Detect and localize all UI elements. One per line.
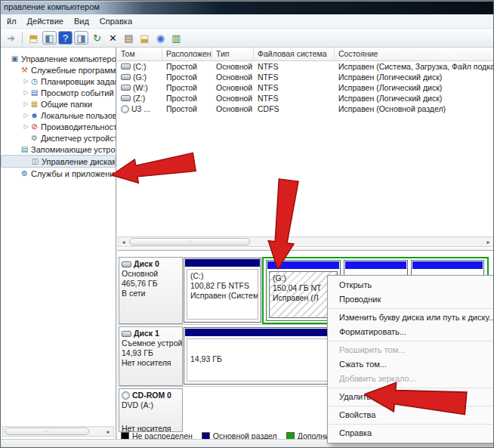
volume-row-Z[interactable]: (Z:)ПростойОсновнойNTFSИсправен (Логичес… [117,93,494,104]
title-bar[interactable]: правление компьютером [1,1,494,14]
rescan-disks-icon[interactable]: ▥ [169,31,184,45]
export-list-icon[interactable]: ⬒ [26,31,41,45]
volume-g-bar [267,261,339,269]
cell: Простой [162,73,212,82]
volume-row-C[interactable]: (C:)ПростойОсновнойNTFSИсправен (Система… [117,61,494,72]
cell: Исправен (Основной раздел) [335,104,494,113]
context-menu-item-properties[interactable]: Свойства [328,408,493,422]
cell: (W:) [117,83,162,92]
cell: Основной [212,83,254,92]
sidebar-item-shared-folders-label: Общие папки [41,100,92,109]
context-menu-item-help[interactable]: Справка [328,426,493,440]
sidebar-item-computer-management[interactable]: ▣Управление компьютером (л [1,53,116,64]
column-header-2[interactable]: Расположение [162,48,212,60]
sidebar-scroll-thumb[interactable]: ⋯ [5,428,89,435]
delete-icon[interactable]: ✕ [106,31,120,45]
expander-icon[interactable]: ▷ [23,112,29,119]
cell: Основной [212,94,254,103]
cell: Основной [212,62,254,71]
cell: Исправен (Логический диск) [335,94,494,103]
menu-separator [329,406,492,406]
storage-icon: ▤ [20,145,29,153]
menu-action[interactable]: Действие [22,15,69,27]
list-scroll-right-icon[interactable]: ▸ [483,237,493,246]
context-menu-item-open[interactable]: Открыть [328,278,493,292]
volume-list-h-scrollbar[interactable]: ◂ ⋯ ▸ [118,236,494,247]
volume-row-U3[interactable]: U3 ...ПростойОсновнойCDFSИсправен (Основ… [117,104,494,114]
sidebar-item-disk-management[interactable]: ◫Управление дисками [1,155,116,168]
sidebar-item-task-scheduler-label: Планировщик заданий [41,77,116,86]
volume-row-G[interactable]: (G:)ПростойОсновнойNTFSИсправен (Логичес… [117,72,494,82]
cell: Исправен (Логический диск) [335,83,494,92]
expander-icon[interactable]: ▷ [23,78,29,85]
sidebar-item-system-tools[interactable]: ⚒Служебные программы [1,64,116,76]
window-title: правление компьютером [4,2,100,11]
sidebar-item-event-viewer[interactable]: ▷▤Просмотр событий [1,87,116,98]
context-menu-item-shrink-volume[interactable]: Сжать том... [328,357,493,372]
disk-0-kind: Основной [122,269,180,279]
sidebar-item-storage-label: Запоминающие устройст [31,145,116,154]
context-menu: ОткрытьПроводникИзменить букву диска или… [327,275,494,443]
cell: NTFS [254,62,335,71]
column-header-5[interactable]: Состояние [335,48,494,60]
list-scroll-thumb[interactable]: ⋯ [129,238,250,246]
volume-c-segment[interactable]: (C:) 100,82 ГБ NTFS Исправен (Систем [184,258,261,323]
menu-separator [329,424,492,425]
disk-0-status: В сети [122,289,180,298]
volume-list-header: ТомРасположениеТипФайловая системаСостоя… [117,48,494,61]
cdrom-0-info[interactable]: CD-ROM 0 DVD (A:) Нет носителя [119,388,183,432]
sidebar-item-local-users[interactable]: ▷☻Локальные пользовате [1,110,116,121]
list-scroll-left-icon[interactable]: ◂ [119,237,128,246]
disk-0-size: 465,76 ГБ [122,279,180,289]
sidebar-item-services[interactable]: ⚙Службы и приложения [1,168,116,179]
context-menu-item-change-drive-letter[interactable]: Изменить букву диска или путь к диску... [328,311,493,325]
expander-icon[interactable]: ▷ [23,123,29,130]
open-folder-icon[interactable]: ⬓ [137,31,152,45]
context-menu-item-format[interactable]: Форматировать... [328,325,493,339]
help-icon[interactable]: ? [58,31,73,45]
menu-help[interactable]: Справка [94,15,137,27]
cdrom-0-kind: DVD (A:) [122,400,180,410]
menu-view[interactable]: Вид [69,15,94,27]
cell: Простой [162,104,212,113]
menu-file[interactable]: йл [2,15,22,27]
sidebar-item-storage[interactable]: ▤Запоминающие устройст [1,144,116,155]
context-menu-item-delete-volume[interactable]: Удалить том... [328,390,493,404]
computer-icon: ▣ [10,54,20,63]
cell: Исправен (Система, Загрузка, Файл подкач… [335,62,494,71]
forward-arrow-icon[interactable]: ➜ [4,31,18,45]
sidebar-item-task-scheduler[interactable]: ▷◷Планировщик заданий [1,76,116,87]
disk-1-info[interactable]: Диск 1 Съемное устрой 14,93 ГБ Нет носит… [119,326,183,386]
computer-management-window: правление компьютером йлДействиеВидСправ… [0,0,494,448]
sidebar-item-performance[interactable]: ▷⊘Производительность [1,121,116,132]
column-header-1[interactable]: Том [117,48,162,60]
drive-icon [121,95,131,101]
column-header-3[interactable]: Тип [212,48,254,60]
context-menu-item-explorer[interactable]: Проводник [328,292,493,307]
sidebar-item-device-manager[interactable]: ⚙Диспетчер устройств [1,132,116,144]
cell: Простой [162,83,212,92]
sidebar-item-shared-folders[interactable]: ▷▦Общие папки [1,98,116,110]
menu-separator [329,388,492,388]
properties-icon[interactable]: ▤ [122,31,136,45]
disk-1-name: Диск 1 [134,329,159,338]
sidebar-scroll-right-icon[interactable]: ▸ [103,427,113,436]
cell: (G:) [117,73,162,82]
expander-icon[interactable]: ▷ [23,89,29,96]
find-icon[interactable]: ◉ [153,31,168,45]
sidebar-h-scrollbar[interactable]: ⋯ ▸ [2,426,114,437]
device-manager-icon: ⚙ [29,134,39,142]
show-hide-tree-icon[interactable]: ◧ [42,31,57,45]
disk-0-info[interactable]: Диск 0 Основной 465,76 ГБ В сети [119,257,183,324]
tools-icon: ⚒ [20,66,29,74]
sidebar-item-computer-management-label: Управление компьютером (л [21,54,116,63]
column-header-4[interactable]: Файловая система [254,48,335,60]
refresh-icon[interactable]: ↻ [90,31,104,45]
toolbar-separator [22,32,23,44]
expander-icon[interactable]: ▷ [23,100,29,107]
volume-row-W[interactable]: (W:)ПростойОсновнойNTFSИсправен (Логичес… [117,82,494,93]
console-tree: ▣Управление компьютером (л⚒Служебные про… [1,53,116,179]
cell: Исправен (Логический диск) [335,73,494,82]
cell: (Z:) [117,94,162,103]
console-window-icon[interactable]: ◨ [74,31,88,45]
